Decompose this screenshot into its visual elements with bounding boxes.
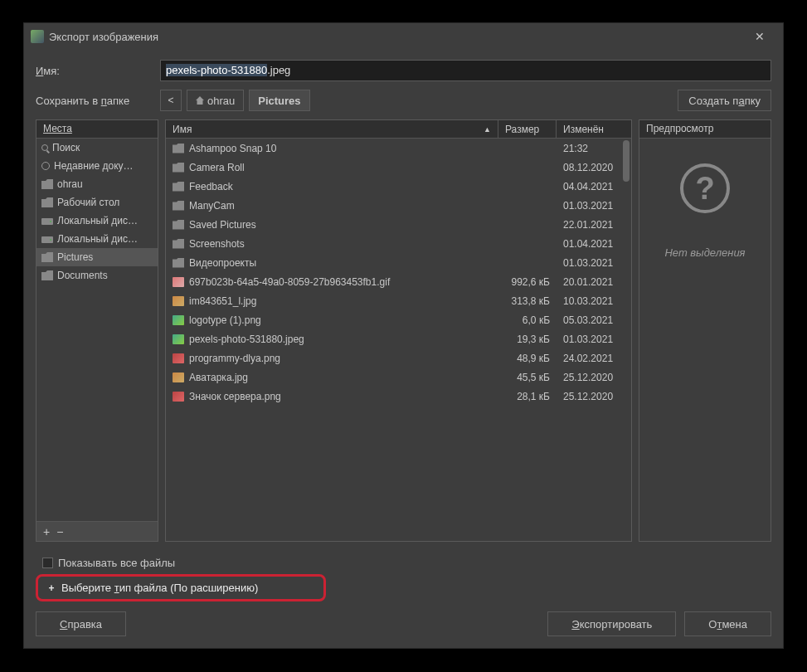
file-name: Видеопроекты [189, 257, 256, 269]
close-button[interactable]: ✕ [743, 23, 776, 50]
export-button[interactable]: ЭкспортироватьЭкспортировать [547, 611, 676, 636]
file-name: 697b023b-64a5-49a0-8059-27b963453fb1.gif [189, 276, 390, 288]
preview-header: Предпросмотр [639, 120, 771, 139]
img-icon [173, 334, 184, 344]
file-row[interactable]: Значок сервера.png28,1 кБ25.12.2020 [166, 387, 631, 406]
file-row[interactable]: Saved Pictures22.01.2021 [166, 215, 631, 234]
file-row[interactable]: Camera Roll08.12.2020 [166, 158, 631, 177]
place-label: Поиск [52, 142, 80, 153]
place-label: ohrau [57, 178, 83, 190]
folder-icon [173, 201, 184, 211]
img2-icon [173, 373, 184, 382]
place-item[interactable]: Documents [36, 266, 158, 285]
place-label: Рабочий стол [57, 197, 119, 208]
search-icon [41, 144, 48, 151]
file-name: Значок сервера.png [189, 391, 281, 402]
png-icon [173, 392, 184, 402]
show-all-label: Показывать все файлы [58, 557, 175, 569]
file-row[interactable]: Ashampoo Snap 1021:32 [166, 139, 631, 158]
file-row[interactable]: ManyCam01.03.2021 [166, 196, 631, 215]
file-size: 48,9 кБ [498, 353, 557, 364]
bottom-area: Показывать все файлы + Выберите тип файл… [36, 550, 771, 636]
file-name: Screenshots [189, 238, 245, 250]
name-label: ИИмя:мя: [36, 65, 152, 77]
file-modified: 21:32 [557, 143, 631, 154]
file-size: 45,5 кБ [498, 372, 557, 383]
file-modified: 10.03.2021 [557, 295, 631, 307]
place-label: Documents [57, 270, 108, 281]
folder-icon [41, 179, 53, 189]
file-type-expander[interactable]: + Выберите тип файла (По расширению)Выбе… [36, 574, 326, 601]
place-item[interactable]: Локальный дис… [36, 212, 158, 230]
file-size: 28,1 кБ [498, 391, 557, 402]
file-type-label: Выберите тип файла (По расширению)Выбери… [61, 582, 258, 594]
place-item[interactable]: Рабочий стол [36, 193, 158, 212]
window-title: Экспорт изображения [49, 31, 158, 43]
file-modified: 04.04.2021 [557, 181, 631, 192]
places-footer: + − [36, 521, 158, 541]
file-name: im843651_l.jpg [189, 295, 256, 307]
drive-icon [41, 236, 53, 243]
img-icon [173, 315, 184, 325]
show-all-checkbox[interactable] [42, 558, 53, 568]
file-row[interactable]: pexels-photo-531880.jpeg19,3 кБ01.03.202… [166, 329, 631, 348]
place-label: Pictures [57, 251, 93, 263]
breadcrumb-home[interactable]: ohrau [187, 90, 244, 111]
file-row[interactable]: programmy-dlya.png48,9 кБ24.02.2021 [166, 348, 631, 368]
name-row: ИИмя:мя: pexels-photo-531880.jpeg [36, 60, 771, 81]
nav-back-button[interactable]: < [160, 90, 182, 111]
folder-icon [41, 252, 53, 262]
save-folder-row: Сохранить в папкеСохранить в папке < ohr… [36, 90, 771, 111]
file-row[interactable]: Аватарка.jpg45,5 кБ25.12.2020 [166, 368, 631, 387]
file-name: Camera Roll [189, 162, 245, 173]
file-row[interactable]: Видеопроекты01.03.2021 [166, 253, 631, 272]
remove-place-button[interactable]: − [56, 525, 63, 538]
file-row[interactable]: 697b023b-64a5-49a0-8059-27b963453fb1.gif… [166, 272, 631, 291]
gif-icon [173, 277, 184, 287]
filename-input[interactable]: pexels-photo-531880.jpeg [160, 60, 771, 81]
place-item[interactable]: Поиск [36, 139, 158, 157]
file-modified: 24.02.2021 [557, 353, 631, 364]
folder-icon [41, 197, 53, 207]
export-dialog: Экспорт изображения ✕ ИИмя:мя: pexels-ph… [23, 22, 784, 649]
file-name: pexels-photo-531880.jpeg [189, 334, 304, 345]
file-name: Feedback [189, 181, 233, 192]
place-item[interactable]: ohrau [36, 175, 158, 193]
file-modified: 20.01.2021 [557, 276, 631, 288]
places-list: ПоискНедавние доку…ohrauРабочий столЛока… [36, 139, 158, 521]
drive-icon [41, 218, 53, 225]
place-item[interactable]: Недавние доку… [36, 157, 158, 175]
place-item[interactable]: Pictures [36, 248, 158, 266]
add-place-button[interactable]: + [43, 525, 50, 538]
folder-icon [173, 239, 184, 249]
file-row[interactable]: logotype (1).png6,0 кБ05.03.2021 [166, 310, 631, 329]
folder-icon [173, 163, 184, 173]
file-modified: 01.04.2021 [557, 238, 631, 250]
show-all-row[interactable]: Показывать все файлы [36, 553, 771, 572]
file-row[interactable]: Screenshots01.04.2021 [166, 234, 631, 253]
column-size-header[interactable]: Размер [498, 120, 557, 138]
img2-icon [173, 296, 184, 306]
file-name: Аватарка.jpg [189, 372, 248, 383]
column-modified-header[interactable]: Изменён [557, 120, 631, 138]
sort-asc-icon: ▲ [484, 125, 491, 134]
column-name-header[interactable]: Имя▲ [166, 120, 498, 138]
file-modified: 08.12.2020 [557, 162, 631, 173]
breadcrumb: < ohrau Pictures [160, 90, 310, 111]
preview-body: ? Нет выделения [639, 139, 771, 541]
file-modified: 25.12.2020 [557, 391, 631, 402]
cancel-button[interactable]: ОтменаОтмена [684, 611, 771, 636]
place-item[interactable]: Локальный дис… [36, 230, 158, 248]
file-row[interactable]: Feedback04.04.2021 [166, 177, 631, 196]
breadcrumb-current[interactable]: Pictures [249, 90, 309, 111]
file-modified: 25.12.2020 [557, 372, 631, 383]
preview-empty-text: Нет выделения [664, 246, 745, 259]
file-size: 6,0 кБ [498, 314, 557, 326]
scrollbar-thumb[interactable] [623, 140, 630, 182]
help-button[interactable]: СправкаСправка [36, 611, 126, 636]
file-row[interactable]: im843651_l.jpg313,8 кБ10.03.2021 [166, 291, 631, 310]
folder-icon [173, 144, 184, 153]
folder-icon [173, 220, 184, 230]
files-list: Ashampoo Snap 1021:32Camera Roll08.12.20… [166, 139, 631, 541]
create-folder-button[interactable]: Создать папкуСоздать папку [678, 90, 771, 111]
